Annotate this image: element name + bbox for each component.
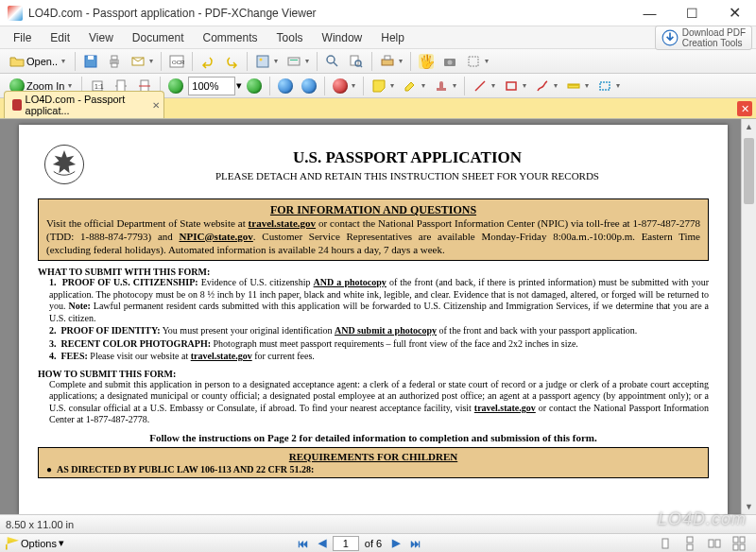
last-page-button[interactable]: ⏭ [406, 536, 423, 551]
prev-page-button[interactable]: ◀ [314, 536, 331, 551]
print-button[interactable] [103, 51, 126, 72]
svg-rect-2 [88, 56, 94, 60]
rotate-cw-icon [301, 78, 317, 94]
svg-rect-32 [687, 544, 693, 550]
menu-document[interactable]: Document [123, 31, 194, 44]
pdf-icon [12, 99, 22, 111]
svg-rect-16 [382, 60, 393, 65]
search-button[interactable] [345, 51, 368, 72]
promo-button[interactable]: Download PDF Creation Tools [655, 26, 752, 50]
menu-comments[interactable]: Comments [194, 31, 267, 44]
svg-rect-38 [740, 544, 745, 550]
scan-button[interactable]: ▾ [283, 51, 313, 72]
highlight-tool-button[interactable]: ▾ [399, 76, 429, 96]
how-header: HOW TO SUBMIT THIS FORM: [38, 369, 709, 379]
menu-edit[interactable]: Edit [41, 31, 79, 44]
titlebar: LO4D.com - Passport application - PDF-XC… [0, 0, 756, 26]
statusbar: 8.50 x 11.00 in [0, 514, 756, 533]
us-seal-icon [38, 138, 91, 191]
options-dropdown[interactable]: ▾ [59, 537, 64, 549]
hand-tool-button[interactable]: 🖐 [415, 51, 438, 72]
find-button[interactable] [321, 51, 344, 72]
options-button[interactable]: Options [21, 538, 57, 549]
first-page-button[interactable]: ⏮ [295, 536, 312, 551]
svg-rect-9 [257, 56, 268, 67]
measure-tool-button[interactable]: ▾ [562, 76, 593, 96]
layout-facing-button[interactable] [703, 533, 726, 553]
zoom-out-button[interactable] [164, 76, 187, 96]
select-button[interactable]: ▾ [462, 51, 492, 72]
rotate-ccw-icon [278, 78, 293, 94]
email-button[interactable]: ▾ [127, 51, 157, 72]
window-title: LO4D.com - Passport application - PDF-XC… [28, 7, 628, 20]
document-tab[interactable]: LO4D.com - Passport applicat... ✕ [4, 91, 164, 118]
next-page-button[interactable]: ▶ [387, 536, 404, 551]
minus-icon [168, 78, 183, 94]
tab-close-button[interactable]: ✕ [152, 100, 160, 111]
rect-tool-button[interactable]: ▾ [500, 76, 530, 96]
navbar: Options ▾ ⏮ ◀ of 6 ▶ ⏭ [0, 533, 756, 552]
toolbar-main: Open.. ▾ ▾ OCR ▾ ▾ ▾ 🖐 ▾ [0, 49, 756, 74]
promo-line1: Download PDF [682, 27, 746, 38]
ocr-button[interactable]: OCR [165, 51, 188, 72]
svg-rect-37 [733, 544, 738, 550]
scrollbar-thumb[interactable] [744, 138, 754, 204]
page-size-label: 8.50 x 11.00 in [6, 519, 74, 530]
req-box: REQUIREMENTS FOR CHILDREN ● AS DIRECTED … [38, 447, 709, 478]
info-header: FOR INFORMATION AND QUESTIONS [46, 203, 700, 217]
svg-rect-12 [290, 60, 298, 60]
stamp-tool-button[interactable]: ▾ [430, 76, 460, 96]
svg-text:OCR: OCR [172, 60, 184, 65]
maximize-button[interactable]: ☐ [671, 0, 713, 26]
close-all-button[interactable]: ✕ [737, 101, 752, 116]
snapshot-button[interactable] [438, 51, 461, 72]
pencil-tool-button[interactable]: ▾ [531, 76, 561, 96]
plus-icon [247, 78, 262, 94]
rotate-ccw-button[interactable] [274, 76, 297, 96]
follow-instructions: Follow the instructions on Page 2 for de… [38, 432, 709, 443]
layout-continuous-button[interactable] [679, 533, 701, 553]
svg-point-10 [260, 58, 263, 60]
link-tool-button[interactable]: ▾ [593, 76, 624, 96]
vertical-scrollbar[interactable]: ▲ ▼ [741, 119, 756, 514]
svg-rect-4 [112, 56, 117, 60]
doc-subtitle: PLEASE DETACH AND RETAIN THIS INSTRUCTIO… [106, 170, 709, 181]
menu-window[interactable]: Window [313, 31, 372, 44]
layout-facing-continuous-button[interactable] [728, 533, 750, 553]
zoom-dropdown[interactable]: ▾ [236, 79, 242, 92]
zoom-in-small-button[interactable] [243, 76, 266, 96]
viewport: U.S. PASSPORT APPLICATION PLEASE DETACH … [0, 119, 756, 514]
minimize-button[interactable]: — [628, 0, 671, 26]
menu-tools[interactable]: Tools [267, 31, 313, 44]
zoom-value-input[interactable] [188, 77, 235, 95]
rotate-cw-button[interactable] [298, 76, 320, 96]
layout-single-button[interactable] [654, 533, 677, 553]
menu-file[interactable]: File [4, 31, 41, 44]
ask-button[interactable]: ▾ [329, 76, 359, 96]
save-button[interactable] [79, 51, 102, 72]
what-header: WHAT TO SUBMIT WITH THIS FORM: [38, 267, 709, 277]
svg-text:1:1: 1:1 [94, 83, 104, 90]
svg-point-19 [448, 60, 453, 64]
svg-rect-33 [709, 540, 713, 547]
page-count-label: of 6 [361, 538, 386, 549]
close-button[interactable]: ✕ [713, 0, 756, 26]
typewriter-button[interactable]: ▾ [376, 51, 406, 72]
scroll-up-icon[interactable]: ▲ [742, 119, 756, 134]
redo-button[interactable] [220, 51, 243, 72]
note-tool-button[interactable]: ▾ [368, 76, 398, 96]
undo-button[interactable] [197, 51, 219, 72]
download-icon [662, 29, 679, 46]
pdf-page: U.S. PASSPORT APPLICATION PLEASE DETACH … [19, 125, 728, 514]
open-button[interactable]: Open.. ▾ [4, 51, 71, 72]
line-tool-button[interactable]: ▾ [469, 76, 499, 96]
menu-view[interactable]: View [79, 31, 123, 44]
svg-rect-28 [600, 82, 610, 90]
svg-rect-34 [715, 540, 720, 547]
app-icon [8, 6, 23, 21]
export-image-button[interactable]: ▾ [251, 51, 282, 72]
menu-help[interactable]: Help [371, 31, 414, 44]
req-header: REQUIREMENTS FOR CHILDREN [46, 451, 700, 462]
page-number-input[interactable] [333, 536, 359, 551]
svg-rect-20 [469, 57, 478, 66]
